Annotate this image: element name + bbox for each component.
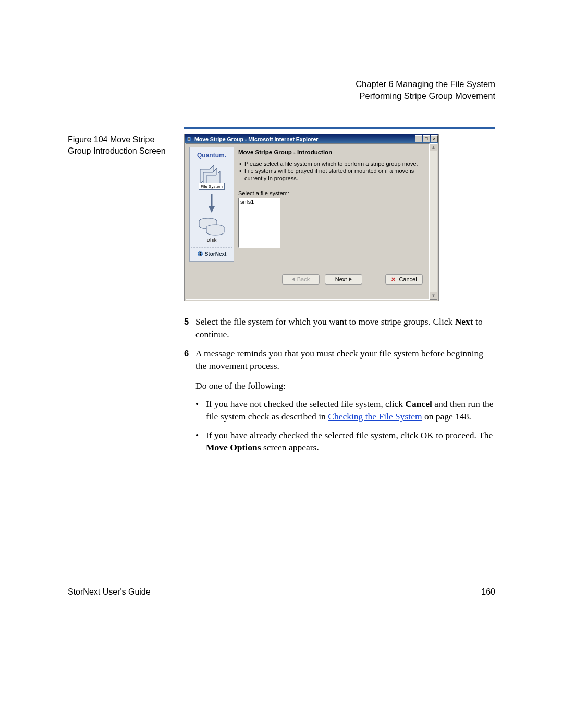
chevron-right-icon [349,277,352,281]
close-button[interactable]: × [431,135,438,142]
product-name: StorNext [205,251,227,257]
globe-icon [197,251,203,257]
disk-label: Disk [206,238,216,243]
fs-label: File System [199,183,225,190]
sub-bullet-2: If you have already checked the selected… [195,429,495,454]
minimize-button[interactable]: _ [415,135,422,142]
page-header: Chapter 6 Managing the File System Perfo… [68,78,495,102]
window-controls: _ □ × [414,135,438,142]
chevron-left-icon [292,277,295,281]
page-number: 160 [481,587,495,597]
screenshot-window: Move Stripe Group - Microsoft Internet E… [184,134,439,301]
step-number-6: 6 [184,348,195,372]
intro-bullet-1: Please select a file system on which to … [239,161,425,168]
body-text: 5 Select the file system for which you w… [184,316,495,454]
next-button[interactable]: Next [325,274,362,285]
scrollbar[interactable]: ▲ ▼ [430,143,437,300]
sub-bullet-1: If you have not checked the selected fil… [195,398,495,423]
step-6-text: A message reminds you that you must chec… [195,348,495,372]
intro-title: Move Stripe Group - Introduction [238,149,425,155]
checking-fs-link[interactable]: Checking the File System [328,411,422,422]
maximize-button[interactable]: □ [423,135,430,142]
header-section: Performing Stripe Group Movement [68,90,495,102]
scroll-down-icon[interactable]: ▼ [430,292,437,300]
filesystem-listbox[interactable]: snfs1 [238,198,280,248]
titlebar: Move Stripe Group - Microsoft Internet E… [185,134,438,143]
wizard-content: Move Stripe Group - Introduction Please … [237,147,426,262]
header-chapter: Chapter 6 Managing the File System [68,78,495,90]
scroll-up-icon[interactable]: ▲ [430,143,437,151]
close-icon: ✕ [391,276,396,283]
back-button[interactable]: Back [282,274,320,285]
select-label: Select a file system: [238,190,425,196]
disk-icon [193,216,230,237]
list-item[interactable]: snfs1 [240,199,278,205]
step-5-text: Select the file system for which you wan… [195,316,495,340]
brand-logo: Quantum. [197,152,226,159]
footer-title: StorNext User's Guide [68,587,151,597]
step-number-5: 5 [184,316,195,340]
do-one-text: Do one of the following: [195,380,495,392]
wizard-button-row: Back Next ✕ Cancel [189,269,426,287]
ie-logo-icon [186,135,192,142]
wizard-sidebar: Quantum. [189,147,234,262]
figure-caption: Figure 104 Move Stripe Group Introductio… [68,134,184,156]
window-title: Move Stripe Group - Microsoft Internet E… [194,136,414,142]
intro-bullet-2: File systems will be grayed if not start… [239,168,425,182]
page-footer: StorNext User's Guide 160 [68,587,495,597]
cancel-button[interactable]: ✕ Cancel [385,274,423,285]
figure-rule [184,127,495,129]
arrow-down-icon [208,193,215,214]
